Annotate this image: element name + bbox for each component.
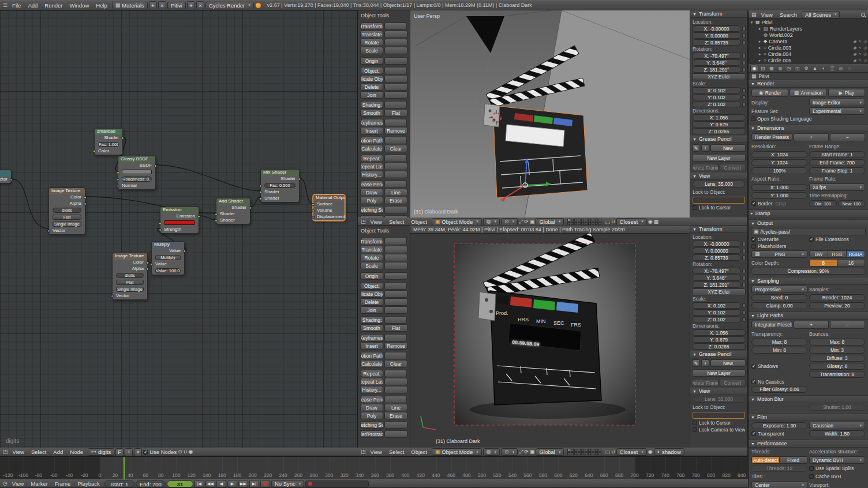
translate-manipulator-icon[interactable]: ⤢: [519, 219, 523, 224]
tool-button[interactable]: Keyframes:: [361, 334, 383, 341]
keying-set-field[interactable]: [305, 481, 369, 487]
socket-out[interactable]: [197, 215, 200, 218]
lock-icon[interactable]: [742, 283, 746, 287]
outliner-item[interactable]: ◍ World.002 ◉↖◎: [750, 32, 867, 38]
transparency-max-field[interactable]: Max: 8: [751, 339, 807, 346]
tool-button[interactable]: Ruler/Protractor: [360, 430, 383, 438]
transform-row[interactable]: XYZ Euler: [692, 288, 746, 295]
outliner-item[interactable]: ▸ ○ Circle.005 ◉↖◎: [750, 57, 867, 63]
node-title[interactable]: Emission: [160, 207, 199, 213]
add-preset-button[interactable]: +: [794, 321, 829, 329]
transform-row[interactable]: Z: 181.291°: [692, 281, 746, 288]
render-engine-select[interactable]: Cycles Render▾: [205, 2, 254, 9]
tool-button[interactable]: Keyframes:: [361, 119, 383, 126]
tool-button[interactable]: [384, 31, 407, 38]
remap-old-field[interactable]: Old: 100: [809, 200, 837, 207]
expand-arrow-icon[interactable]: ▸: [758, 27, 762, 31]
lock-icon[interactable]: [742, 54, 746, 58]
tool-button[interactable]: Smooth: [360, 324, 383, 332]
tool-button[interactable]: [384, 370, 407, 377]
properties-tab[interactable]: ▦: [768, 65, 776, 72]
lock-icon[interactable]: [742, 317, 746, 322]
no-caustics-toggle[interactable]: No Caustics: [751, 379, 807, 385]
aspect-x-field[interactable]: X: 1.000: [751, 184, 807, 191]
blender-menu-icon[interactable]: ☰: [3, 3, 8, 8]
editor-type-icon[interactable]: ◳: [361, 219, 366, 224]
node-title[interactable]: Multiply: [152, 242, 184, 248]
mode-select[interactable]: ▣Object Mode▾: [432, 218, 482, 226]
transform-row[interactable]: X: -70.497°: [692, 268, 746, 274]
filter-type-select[interactable]: Gaussian▾: [809, 422, 865, 429]
transform-row[interactable]: Y: 0.00000: [692, 247, 746, 254]
tool-button[interactable]: [384, 47, 407, 54]
play-button[interactable]: ▶Play: [828, 89, 865, 97]
close-scene-button[interactable]: ×: [196, 1, 204, 9]
remove-preset-button[interactable]: −: [830, 321, 865, 329]
tool-button[interactable]: [384, 83, 407, 91]
tool-button[interactable]: Repeat Last: [360, 163, 383, 170]
tool-button[interactable]: Remove: [384, 127, 407, 134]
grease-pencil-panel-header[interactable]: ▼Grease Pencil: [690, 136, 747, 143]
resolution-y-field[interactable]: Y: 1024: [751, 159, 807, 166]
menu-item[interactable]: View: [9, 449, 28, 455]
tool-button[interactable]: Grease Pencil:: [361, 181, 383, 188]
socket-out[interactable]: [146, 261, 149, 264]
transform-row[interactable]: Location:: [692, 19, 746, 25]
tool-button[interactable]: Clear: [384, 145, 407, 152]
tool-button[interactable]: Motion Paths:: [361, 352, 383, 359]
node-title[interactable]: smallbad: [95, 129, 122, 135]
compression-slider[interactable]: Compression: 90%: [751, 268, 866, 275]
outliner-scope-select[interactable]: All Scenes▾: [802, 11, 840, 18]
tool-button[interactable]: Clear: [384, 360, 407, 367]
integrator-presets-select[interactable]: Integrator Presets▾: [751, 321, 792, 328]
lock-icon[interactable]: [742, 249, 746, 253]
spatial-splits-toggle[interactable]: Use Spatial Splits: [809, 466, 865, 471]
socket-in[interactable]: [215, 219, 218, 222]
remove-preset-button[interactable]: −: [830, 133, 865, 141]
tool-button[interactable]: Line: [384, 404, 407, 411]
dimensions-panel-header[interactable]: ▼Dimensions: [749, 125, 868, 132]
socket-in[interactable]: [150, 263, 153, 266]
node-mix-shader[interactable]: Mix Shader Shader Fac: 0.500 Shader Shad…: [260, 169, 300, 202]
orientation-select[interactable]: Global▾: [536, 448, 564, 456]
tool-button[interactable]: [384, 171, 407, 178]
overwrite-toggle[interactable]: Overwrite: [751, 237, 807, 242]
tool-button[interactable]: Transform:: [361, 22, 383, 30]
transform-row[interactable]: Scale:: [692, 81, 746, 87]
tool-button[interactable]: Use Sketching Sessions: [360, 206, 383, 213]
sync-mode-select[interactable]: No Sync▾: [271, 480, 304, 487]
color-mode-toggle[interactable]: BWRGBRGBA: [809, 250, 865, 258]
placeholders-toggle[interactable]: Placeholders: [751, 243, 807, 249]
tool-button[interactable]: [384, 91, 407, 99]
filter-width-field[interactable]: Width: 1.50: [809, 430, 865, 437]
tool-button[interactable]: [384, 39, 407, 46]
socket-out[interactable]: [84, 196, 87, 199]
transform-row[interactable]: Rotation:: [692, 261, 746, 267]
tool-button[interactable]: [384, 316, 407, 324]
aspect-y-field[interactable]: Y: 1.000: [751, 192, 807, 199]
jump-next-keyframe-button[interactable]: ▶▶: [238, 480, 248, 487]
transform-row[interactable]: X: -70.497°: [692, 52, 746, 59]
lock-icon[interactable]: [742, 303, 746, 308]
socket-out[interactable]: [154, 164, 157, 167]
tool-button[interactable]: [384, 262, 407, 269]
gp-draw-button[interactable]: ✎: [692, 144, 700, 152]
rotate-manipulator-icon[interactable]: ⟳: [524, 449, 529, 455]
feature-set-select[interactable]: Experimental▾: [809, 107, 865, 115]
transform-row[interactable]: Z: 0.102: [692, 101, 746, 107]
node-title[interactable]: Material Output: [313, 195, 345, 201]
socket-out[interactable]: [10, 178, 13, 181]
transform-row[interactable]: Z: 181.291°: [692, 66, 746, 73]
lock-icon[interactable]: [742, 102, 746, 107]
diffuse-bounces-field[interactable]: Diffuse: 3: [809, 355, 865, 362]
add-layout-button[interactable]: +: [149, 1, 157, 9]
expand-arrow-icon[interactable]: ▸: [758, 52, 762, 57]
translate-manipulator-icon[interactable]: ⤢: [519, 449, 523, 455]
socket-in[interactable]: [312, 209, 315, 212]
record-button[interactable]: [260, 480, 270, 487]
node-editor-canvas[interactable]: Mapping Vector smallbad Shader Fac: 1.00…: [0, 10, 358, 448]
menu-item[interactable]: Node: [66, 449, 87, 455]
properties-tab[interactable]: ⚙: [802, 65, 810, 72]
socket-out[interactable]: [146, 268, 149, 271]
transform-row[interactable]: Y: 0.679: [692, 336, 746, 343]
